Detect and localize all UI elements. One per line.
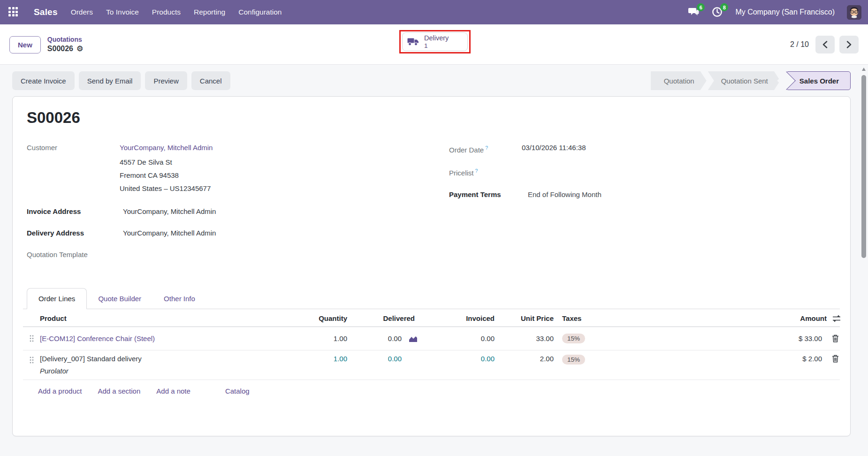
drag-handle-icon[interactable] [23, 335, 40, 342]
col-taxes[interactable]: Taxes [554, 314, 624, 322]
new-button[interactable]: New [9, 36, 41, 53]
apps-grid-icon[interactable] [8, 7, 19, 17]
breadcrumb: Quotations S00026 ⚙ [47, 36, 84, 53]
order-date-help-icon[interactable]: ? [485, 145, 488, 151]
form-sheet: S00026 Customer YourCompany, Mitchell Ad… [12, 96, 851, 436]
tax-badge[interactable]: 15% [562, 355, 585, 365]
messages-badge: 6 [697, 3, 705, 11]
forecast-chart-icon[interactable] [409, 335, 418, 342]
delivery-smart-button-label: Delivery [424, 34, 449, 42]
control-panel: New Quotations S00026 ⚙ Delivery 1 2 / 1… [0, 24, 868, 65]
scrollbar-thumb[interactable] [861, 75, 866, 258]
menu-to-invoice[interactable]: To Invoice [106, 8, 139, 16]
add-product-link[interactable]: Add a product [38, 387, 82, 395]
pricelist-help-icon[interactable]: ? [475, 168, 478, 174]
vertical-scrollbar[interactable] [861, 65, 867, 456]
user-avatar[interactable] [847, 5, 861, 20]
order-line-row[interactable]: [E-COM12] Conference Chair (Steel) 1.00 … [23, 327, 840, 350]
order-lines-footer: Add a product Add a section Add a note C… [23, 380, 840, 403]
order-date-value[interactable]: 03/10/2026 11:46:38 [522, 143, 586, 155]
tab-order-lines[interactable]: Order Lines [27, 288, 87, 309]
drag-handle-icon[interactable] [23, 357, 40, 364]
breadcrumb-quotations[interactable]: Quotations [47, 36, 84, 44]
send-by-email-button[interactable]: Send by Email [79, 71, 141, 90]
delivered-cell[interactable]: 0.00 [388, 334, 402, 342]
col-delivered[interactable]: Delivered [347, 314, 418, 322]
menu-configuration[interactable]: Configuration [238, 8, 282, 16]
col-amount[interactable]: Amount [800, 314, 827, 322]
tab-other-info[interactable]: Other Info [152, 289, 206, 309]
product-name[interactable]: [Delivery_007] Standard delivery [40, 355, 142, 363]
address-country: United States – US12345677 [120, 182, 416, 195]
app-name[interactable]: Sales [34, 7, 58, 17]
order-line-row[interactable]: [Delivery_007] Standard delivery Purolat… [23, 350, 840, 380]
preview-button[interactable]: Preview [145, 71, 187, 90]
menu-products[interactable]: Products [152, 8, 181, 16]
pricelist-label: Pricelist [449, 169, 474, 177]
customer-label: Customer [27, 143, 120, 153]
top-navbar: Sales Orders To Invoice Products Reporti… [0, 0, 868, 24]
customer-address: 4557 De Silva St Fremont CA 94538 United… [120, 156, 416, 195]
product-link[interactable]: [E-COM12] Conference Chair (Steel) [40, 334, 298, 342]
product-description[interactable]: Purolator [40, 367, 298, 375]
payment-terms-label: Payment Terms [449, 190, 522, 200]
catalog-link[interactable]: Catalog [225, 387, 250, 395]
order-lines-header: Product Quantity Delivered Invoiced Unit… [23, 309, 840, 327]
pager-previous-button[interactable] [815, 36, 835, 53]
delivered-cell[interactable]: 0.00 [388, 355, 402, 363]
address-street: 4557 De Silva St [120, 156, 416, 169]
cancel-button[interactable]: Cancel [191, 71, 230, 90]
payment-terms-value[interactable]: End of Following Month [522, 190, 602, 200]
col-unit-price[interactable]: Unit Price [497, 314, 554, 322]
order-date-label: Order Date [449, 146, 484, 154]
optional-columns-icon[interactable] [832, 315, 841, 322]
quantity-cell[interactable]: 1.00 [298, 334, 347, 342]
address-city: Fremont CA 94538 [120, 169, 416, 182]
activities-icon[interactable]: 8 [712, 7, 723, 18]
add-section-link[interactable]: Add a section [98, 387, 140, 395]
chevron-right-icon [846, 41, 852, 48]
scroll-up-arrow-icon[interactable] [862, 68, 866, 71]
amount-cell: $ 33.00 [624, 334, 822, 342]
statusbar: Quotation Quotation Sent Sales Order [651, 71, 851, 90]
messages-icon[interactable]: 6 [688, 7, 700, 18]
company-switcher[interactable]: My Company (San Francisco) [735, 8, 835, 16]
amount-cell: $ 2.00 [624, 355, 822, 363]
menu-reporting[interactable]: Reporting [194, 8, 225, 16]
quotation-template-label: Quotation Template [27, 250, 120, 260]
delivery-address-value[interactable]: YourCompany, Mitchell Admin [120, 228, 216, 238]
delivery-smart-button[interactable]: Delivery 1 [402, 32, 468, 51]
quantity-cell[interactable]: 1.00 [298, 355, 347, 363]
col-product[interactable]: Product [40, 314, 298, 322]
unit-price-cell[interactable]: 33.00 [497, 334, 554, 342]
status-quotation[interactable]: Quotation [651, 71, 707, 90]
delivery-address-label: Delivery Address [27, 228, 120, 238]
delivery-smart-button-count: 1 [424, 42, 449, 50]
delete-row-icon[interactable] [832, 334, 839, 342]
invoiced-cell[interactable]: 0.00 [418, 355, 497, 363]
chevron-left-icon [822, 41, 828, 48]
add-note-link[interactable]: Add a note [156, 387, 190, 395]
pager-value: 2 / 10 [790, 40, 809, 49]
status-sales-order[interactable]: Sales Order [786, 71, 851, 90]
record-title: S00026 [27, 109, 840, 127]
pager-next-button[interactable] [839, 36, 859, 53]
create-invoice-button[interactable]: Create Invoice [12, 71, 75, 90]
menu-orders[interactable]: Orders [71, 8, 93, 16]
delete-row-icon[interactable] [832, 355, 839, 363]
unit-price-cell[interactable]: 2.00 [497, 355, 554, 363]
invoice-address-label: Invoice Address [27, 206, 120, 217]
invoice-address-value[interactable]: YourCompany, Mitchell Admin [120, 206, 216, 217]
main-content: Create Invoice Send by Email Preview Can… [0, 65, 868, 456]
avatar-image [847, 5, 861, 20]
settings-gear-icon[interactable]: ⚙ [76, 45, 83, 53]
status-quotation-sent[interactable]: Quotation Sent [708, 71, 780, 90]
col-quantity[interactable]: Quantity [298, 314, 347, 322]
tax-badge[interactable]: 15% [562, 334, 585, 343]
truck-icon [407, 37, 419, 46]
invoiced-cell[interactable]: 0.00 [418, 334, 497, 342]
notebook-tabs: Order Lines Quote Builder Other Info [23, 288, 840, 309]
col-invoiced[interactable]: Invoiced [418, 314, 497, 322]
customer-value[interactable]: YourCompany, Mitchell Admin [120, 143, 213, 153]
tab-quote-builder[interactable]: Quote Builder [87, 289, 152, 309]
